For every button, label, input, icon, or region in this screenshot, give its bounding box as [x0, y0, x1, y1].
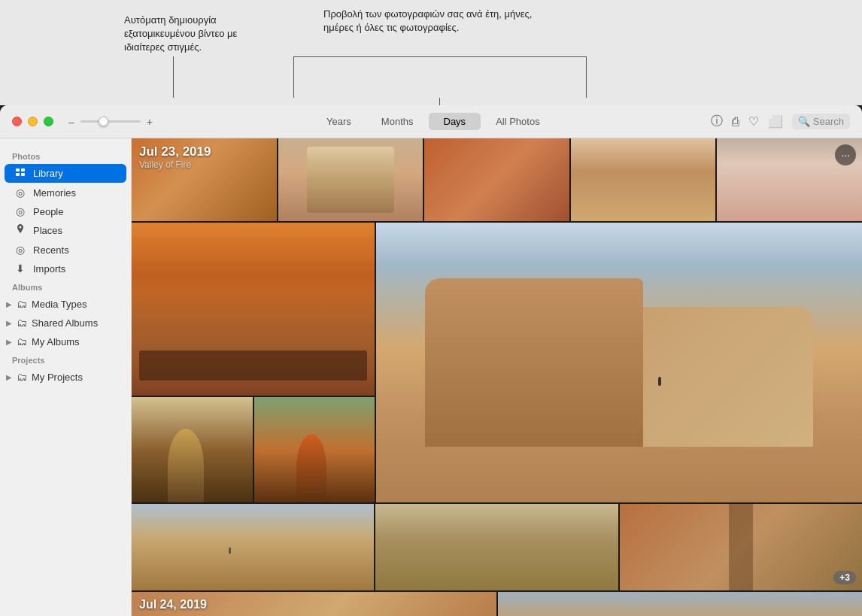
tooltip-bracket [293, 56, 587, 98]
tab-months[interactable]: Months [366, 113, 429, 130]
sidebar-item-memories[interactable]: ◎ Memories [5, 184, 126, 202]
collapse-arrow-my-albums: ▶ [6, 338, 12, 346]
tab-years[interactable]: Years [311, 113, 366, 130]
photo-cell[interactable] [278, 138, 423, 221]
sidebar-collapse-my-albums[interactable]: ▶ 🗂 My Albums [0, 332, 131, 350]
zoom-slider-thumb[interactable] [99, 117, 108, 126]
svg-rect-2 [16, 173, 20, 176]
zoom-in-button[interactable]: + [144, 116, 156, 128]
photo-cell[interactable]: Jul 24, 2019 [132, 592, 496, 616]
svg-rect-0 [16, 168, 20, 171]
sidebar-label-media-types: Media Types [32, 299, 87, 310]
photo-cell[interactable]: ··· [498, 592, 863, 616]
photo-cell[interactable] [132, 397, 253, 502]
fullscreen-button[interactable] [44, 117, 53, 126]
photo-cell[interactable] [375, 504, 618, 590]
collapse-arrow-media-types: ▶ [6, 300, 12, 308]
titlebar: – + Years Months Days All Photos ⓘ ⎙ ♡ ⬜… [0, 105, 862, 138]
zoom-out-button[interactable]: – [65, 116, 77, 128]
photo-row-bottom: +3 [132, 504, 862, 590]
sidebar-section-photos: Photos [0, 147, 131, 163]
date-text: Jul 23, 2019 [139, 144, 211, 159]
sidebar-label-imports: Imports [33, 263, 65, 275]
photo-cell[interactable] [424, 138, 569, 221]
tab-all-photos[interactable]: All Photos [481, 113, 555, 130]
sidebar-item-people[interactable]: ◎ People [5, 202, 126, 220]
share-icon[interactable]: ⎙ [732, 115, 739, 129]
sidebar-collapse-my-projects[interactable]: ▶ 🗂 My Projects [0, 368, 131, 386]
collapse-arrow-shared-albums: ▶ [6, 319, 12, 327]
close-button[interactable] [12, 117, 22, 126]
sidebar-collapse-shared-albums[interactable]: ▶ 🗂 Shared Albums [0, 314, 131, 332]
plus-badge: +3 [833, 571, 856, 584]
collapse-arrow-my-projects: ▶ [6, 373, 12, 381]
photo-cell[interactable] [132, 504, 374, 590]
photo-cell[interactable]: ··· [717, 138, 862, 221]
search-box[interactable]: 🔍 Search [792, 114, 850, 129]
my-projects-icon: 🗂 [15, 371, 29, 383]
sidebar-section-albums: Albums [0, 278, 131, 294]
tooltip-left: Αυτόματη δημιουργία εξατομικευμένου βίντ… [124, 14, 275, 55]
sidebar-item-recents[interactable]: ◎ Recents [5, 241, 126, 259]
photo-cell[interactable] [254, 397, 375, 502]
recents-icon: ◎ [14, 244, 27, 256]
photo-cell[interactable] [132, 223, 375, 396]
photo-row-middle [132, 223, 862, 502]
sidebar-label-my-projects: My Projects [32, 372, 83, 383]
date-text-2: Jul 24, 2019 [139, 598, 207, 611]
traffic-lights [12, 117, 53, 126]
date-group-1: Jul 23, 2019 Valley of Fire [132, 138, 862, 590]
search-placeholder: Search [813, 116, 844, 127]
photo-cell-large[interactable] [376, 223, 862, 502]
sidebar-label-my-albums: My Albums [32, 336, 80, 347]
photo-cell[interactable] [571, 138, 716, 221]
photo-row-top: Jul 23, 2019 Valley of Fire [132, 138, 862, 221]
sidebar-label-memories: Memories [33, 187, 76, 199]
location-text: Valley of Fire [139, 159, 211, 170]
places-icon [14, 224, 27, 237]
people-icon: ◎ [14, 205, 27, 217]
zoom-control: – + [65, 116, 156, 128]
photo-cell[interactable]: Jul 23, 2019 Valley of Fire [132, 138, 277, 221]
memories-icon: ◎ [14, 187, 27, 199]
zoom-slider[interactable] [80, 120, 141, 123]
favorite-icon[interactable]: ♡ [748, 114, 759, 129]
sidebar: Photos Library ◎ Memories ◎ Pe [0, 138, 132, 616]
crop-icon[interactable]: ⬜ [768, 114, 783, 129]
tab-days[interactable]: Days [429, 113, 481, 130]
info-icon[interactable]: ⓘ [711, 114, 723, 129]
svg-rect-1 [21, 168, 25, 171]
content-area: Photos Library ◎ Memories ◎ Pe [0, 138, 862, 616]
more-button[interactable]: ··· [835, 144, 856, 165]
sidebar-item-imports[interactable]: ⬇ Imports [5, 259, 126, 278]
sidebar-label-people: People [33, 206, 63, 217]
tooltip-left-text: Αυτόματη δημιουργία εξατομικευμένου βίντ… [124, 14, 237, 53]
sidebar-section-projects: Projects [0, 351, 131, 367]
tooltip-area: Αυτόματη δημιουργία εξατομικευμένου βίντ… [0, 0, 862, 105]
svg-rect-3 [21, 173, 25, 176]
main-window: – + Years Months Days All Photos ⓘ ⎙ ♡ ⬜… [0, 105, 862, 616]
media-types-icon: 🗂 [15, 298, 29, 310]
search-icon: 🔍 [798, 116, 810, 127]
sidebar-label-library: Library [33, 168, 63, 179]
photo-grid[interactable]: Jul 23, 2019 Valley of Fire [132, 138, 862, 616]
library-icon [14, 167, 27, 180]
toolbar-right: ⓘ ⎙ ♡ ⬜ 🔍 Search [711, 114, 850, 129]
shared-albums-icon: 🗂 [15, 317, 29, 329]
my-albums-icon: 🗂 [15, 335, 29, 347]
tab-bar: Years Months Days All Photos [311, 113, 555, 130]
minimize-button[interactable] [28, 117, 38, 126]
tooltip-bracket-mid [439, 98, 440, 105]
date-group-2: Jul 24, 2019 ··· [132, 592, 862, 616]
tooltip-right-text: Προβολή των φωτογραφιών σας ανά έτη, μήν… [323, 8, 532, 33]
photo-cell[interactable]: +3 [620, 504, 862, 590]
sidebar-collapse-media-types[interactable]: ▶ 🗂 Media Types [0, 295, 131, 313]
tooltip-right: Προβολή των φωτογραφιών σας ανά έτη, μήν… [323, 8, 534, 35]
imports-icon: ⬇ [14, 262, 27, 275]
sidebar-item-library[interactable]: Library [5, 164, 126, 183]
sidebar-item-places[interactable]: Places [5, 221, 126, 240]
sidebar-label-shared-albums: Shared Albums [32, 317, 98, 329]
tooltip-line-left [173, 56, 174, 98]
sidebar-label-places: Places [33, 225, 62, 236]
sidebar-label-recents: Recents [33, 244, 69, 256]
